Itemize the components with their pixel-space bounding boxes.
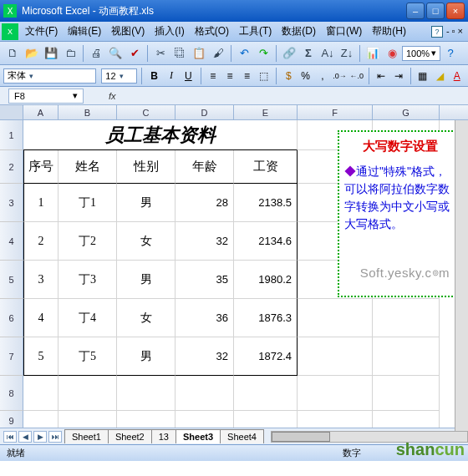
vertical-scrollbar[interactable]	[455, 120, 468, 441]
fill-color-icon[interactable]: ◢	[432, 68, 447, 84]
menu-insert[interactable]: 插入(I)	[150, 23, 189, 40]
cell[interactable]: 35	[176, 261, 234, 299]
cell[interactable]: 32	[176, 222, 234, 261]
cell[interactable]: 2138.5	[234, 184, 298, 222]
help-icon[interactable]: ?	[441, 44, 460, 63]
italic-button[interactable]: I	[164, 68, 179, 84]
cell[interactable]	[373, 337, 440, 376]
tab-last-icon[interactable]: ⏭	[48, 431, 62, 443]
copy-icon[interactable]: ⿻	[170, 44, 189, 63]
col-header[interactable]: A	[23, 105, 58, 119]
row-header[interactable]: 9	[0, 411, 23, 428]
chart-icon[interactable]: 📊	[364, 44, 382, 63]
sheet-tab[interactable]: Sheet4	[220, 429, 264, 443]
indent-inc-icon[interactable]: ⇥	[390, 68, 405, 84]
cell[interactable]	[23, 376, 58, 411]
cell[interactable]: 28	[176, 184, 234, 222]
row-header[interactable]: 7	[0, 337, 23, 376]
cell[interactable]: 丁1	[58, 184, 117, 222]
zoom-combo[interactable]: 100% ▾	[402, 46, 440, 61]
sheet-tab[interactable]: Sheet1	[64, 429, 109, 443]
col-header[interactable]: F	[298, 105, 373, 119]
new-icon[interactable]: 🗋	[3, 44, 22, 63]
row-header[interactable]: 1	[0, 120, 23, 150]
cell[interactable]: 1876.3	[234, 299, 298, 337]
sort-asc-icon[interactable]: A↓	[318, 44, 337, 63]
cell[interactable]: 丁4	[58, 299, 117, 337]
cell[interactable]: 姓名	[58, 150, 117, 184]
row-header[interactable]: 8	[0, 376, 23, 411]
close-button[interactable]: ×	[446, 3, 465, 19]
paste-icon[interactable]: 📋	[190, 44, 208, 63]
borders-icon[interactable]: ▦	[415, 68, 430, 84]
cell[interactable]: 1	[23, 184, 58, 222]
underline-button[interactable]: U	[181, 68, 196, 84]
indent-dec-icon[interactable]: ⇤	[374, 68, 389, 84]
spell-icon[interactable]: ✔	[125, 44, 144, 63]
cell[interactable]	[58, 411, 117, 428]
cell[interactable]: 男	[117, 184, 176, 222]
menu-tools[interactable]: 工具(T)	[234, 23, 277, 40]
comma-icon[interactable]: ,	[315, 68, 330, 84]
fontsize-combo[interactable]: 12 ▾	[101, 68, 137, 84]
drawing-icon[interactable]: ◉	[383, 44, 401, 63]
cell[interactable]: 丁2	[58, 222, 117, 261]
sort-desc-icon[interactable]: Z↓	[338, 44, 356, 63]
cell[interactable]	[373, 376, 440, 411]
font-color-icon[interactable]: A	[450, 68, 465, 84]
cell[interactable]: 年龄	[176, 150, 234, 184]
cell[interactable]: 2	[23, 222, 58, 261]
align-left-icon[interactable]: ≡	[205, 68, 220, 84]
name-box[interactable]: F8 ▾	[8, 89, 84, 104]
tab-prev-icon[interactable]: ◀	[18, 431, 32, 443]
cell[interactable]	[234, 376, 298, 411]
autosum-icon[interactable]: Σ	[299, 44, 318, 63]
select-all-corner[interactable]	[0, 105, 23, 119]
row-header[interactable]: 6	[0, 299, 23, 337]
col-header[interactable]: B	[58, 105, 117, 119]
undo-icon[interactable]: ↶	[235, 44, 253, 63]
row-header[interactable]: 2	[0, 150, 23, 184]
cell[interactable]: 员工基本资料	[23, 120, 298, 150]
align-center-icon[interactable]: ≡	[222, 68, 237, 84]
preview-icon[interactable]: 🔍	[106, 44, 125, 63]
col-header[interactable]: E	[234, 105, 298, 119]
cell[interactable]	[298, 299, 373, 337]
inc-decimal-icon[interactable]: .0→	[332, 68, 347, 84]
cell[interactable]	[298, 376, 373, 411]
doc-restore-button[interactable]: - ▫ ×	[446, 26, 463, 38]
menu-view[interactable]: 视图(V)	[106, 23, 150, 40]
save-icon[interactable]: 💾	[42, 44, 60, 63]
sheet-tab[interactable]: 13	[151, 429, 176, 443]
sheet-tab[interactable]: Sheet2	[108, 429, 152, 443]
sheet-tab[interactable]: Sheet3	[176, 429, 221, 443]
cell[interactable]: 1872.4	[234, 337, 298, 376]
cell[interactable]: 1980.2	[234, 261, 298, 299]
cell[interactable]	[298, 337, 373, 376]
currency-icon[interactable]: $	[281, 68, 296, 84]
cell[interactable]: 男	[117, 261, 176, 299]
print-icon[interactable]: 🖨	[87, 44, 105, 63]
redo-icon[interactable]: ↷	[254, 44, 272, 63]
menu-window[interactable]: 窗口(W)	[321, 23, 367, 40]
cell[interactable]: 女	[117, 222, 176, 261]
cell[interactable]	[373, 411, 440, 428]
permission-icon[interactable]: 🗀	[61, 44, 79, 63]
spreadsheet-grid[interactable]: A B C D E F G 1员工基本资料2序号姓名性别年龄工资31丁1男282…	[0, 105, 468, 428]
open-icon[interactable]: 📂	[23, 44, 41, 63]
cell[interactable]	[23, 411, 58, 428]
align-right-icon[interactable]: ≡	[239, 68, 254, 84]
maximize-button[interactable]: □	[426, 3, 445, 19]
col-header[interactable]: G	[373, 105, 440, 119]
percent-icon[interactable]: %	[298, 68, 313, 84]
row-header[interactable]: 3	[0, 184, 23, 222]
menu-help[interactable]: 帮助(H)	[367, 23, 411, 40]
merge-icon[interactable]: ⬚	[257, 68, 272, 84]
format-painter-icon[interactable]: 🖌	[209, 44, 227, 63]
cell[interactable]: 工资	[234, 150, 298, 184]
cell[interactable]: 3	[23, 261, 58, 299]
cell[interactable]: 女	[117, 299, 176, 337]
cell[interactable]: 4	[23, 299, 58, 337]
cell[interactable]: 丁5	[58, 337, 117, 376]
font-combo[interactable]: 宋体 ▾	[3, 68, 96, 84]
